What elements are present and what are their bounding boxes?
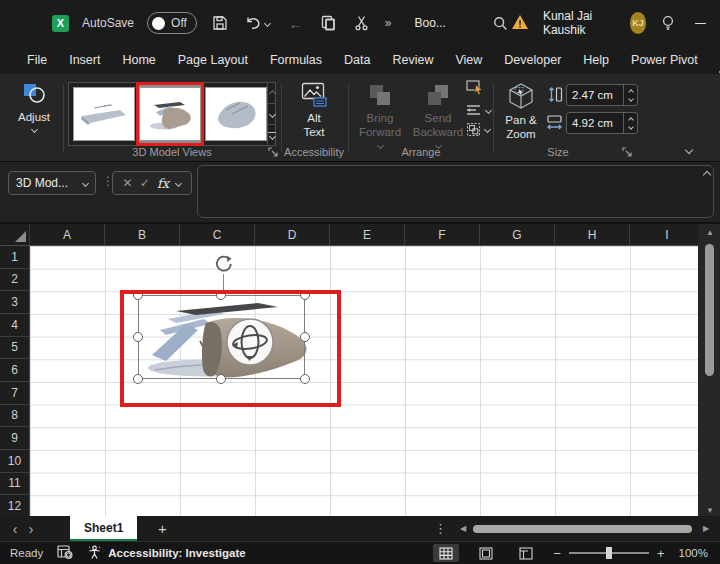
gallery-scroll-down-icon[interactable] bbox=[268, 104, 276, 125]
sheet-tab[interactable]: Sheet1 bbox=[70, 516, 137, 541]
page-break-preview-button[interactable] bbox=[513, 544, 539, 562]
horizontal-scroll-thumb[interactable] bbox=[473, 525, 692, 533]
menu-tab[interactable]: Power Pivot bbox=[620, 48, 709, 72]
model-view-thumbnail-1[interactable] bbox=[73, 87, 135, 141]
vertical-scroll-track[interactable] bbox=[702, 240, 718, 502]
row-header[interactable]: 5 bbox=[0, 337, 29, 360]
vertical-scrollbar[interactable]: ▲ ▼ bbox=[702, 224, 718, 518]
collapse-ribbon-chevron-icon[interactable] bbox=[685, 146, 693, 154]
avatar[interactable]: KJ bbox=[630, 12, 647, 34]
menu-tab[interactable]: Insert bbox=[58, 48, 111, 72]
align-objects-control[interactable] bbox=[466, 104, 491, 116]
selection-pane-icon[interactable] bbox=[466, 80, 491, 98]
column-header[interactable]: D bbox=[255, 224, 330, 245]
horizontal-scroll-track[interactable] bbox=[471, 524, 698, 534]
row-header[interactable]: 7 bbox=[0, 382, 29, 405]
row-header[interactable]: 2 bbox=[0, 269, 29, 292]
menu-tab[interactable]: Review bbox=[381, 48, 444, 72]
width-spinner[interactable] bbox=[623, 113, 637, 133]
scroll-left-icon[interactable]: ◀ bbox=[457, 524, 469, 533]
column-header[interactable]: E bbox=[330, 224, 405, 245]
function-chevron-icon[interactable] bbox=[175, 179, 182, 186]
shape-width-input[interactable] bbox=[567, 117, 623, 129]
row-header[interactable]: 3 bbox=[0, 291, 29, 314]
quick-access-overflow-icon[interactable]: » bbox=[385, 16, 392, 30]
row-header[interactable]: 1 bbox=[0, 246, 29, 269]
sheet-menu-dots-icon[interactable]: ⋮ bbox=[424, 521, 457, 536]
page-layout-view-button[interactable] bbox=[473, 544, 499, 562]
select-all-button[interactable] bbox=[0, 224, 30, 246]
column-header[interactable]: A bbox=[30, 224, 105, 245]
pan-zoom-button[interactable]: Pan & Zoom bbox=[498, 82, 544, 142]
column-header[interactable]: F bbox=[405, 224, 480, 245]
row-header[interactable]: 10 bbox=[0, 450, 29, 473]
horizontal-scrollbar[interactable]: ◀ ▶ bbox=[457, 524, 712, 534]
menu-tab[interactable]: View bbox=[444, 48, 493, 72]
menu-tab[interactable]: Data bbox=[333, 48, 381, 72]
lightbulb-icon[interactable] bbox=[660, 13, 675, 33]
undo-dropdown-chevron-icon[interactable] bbox=[264, 19, 271, 26]
rotation-handle-icon[interactable] bbox=[213, 253, 235, 275]
model-view-thumbnail-3[interactable] bbox=[205, 87, 267, 141]
column-header[interactable]: B bbox=[105, 224, 180, 245]
autosave-toggle[interactable]: Off bbox=[147, 12, 197, 34]
menu-tab[interactable]: File bbox=[16, 48, 58, 72]
macro-record-icon[interactable] bbox=[57, 545, 73, 561]
cancel-formula-icon[interactable]: ✕ bbox=[123, 176, 133, 190]
zoom-slider[interactable] bbox=[569, 552, 649, 554]
formula-input[interactable] bbox=[197, 165, 714, 218]
gallery-scroll-up-icon[interactable] bbox=[268, 83, 276, 104]
height-spinner[interactable] bbox=[623, 85, 637, 105]
name-box[interactable]: 3D Mod... bbox=[8, 171, 96, 195]
normal-view-button[interactable] bbox=[433, 544, 459, 562]
scroll-right-icon[interactable]: ▶ bbox=[700, 524, 712, 533]
zoom-level[interactable]: 100% bbox=[679, 547, 708, 559]
row-header[interactable]: 6 bbox=[0, 359, 29, 382]
menu-tab[interactable]: 3D Model bbox=[709, 48, 720, 72]
row-header[interactable]: 8 bbox=[0, 405, 29, 428]
gallery-more-icon[interactable] bbox=[268, 125, 276, 145]
undo-icon[interactable] bbox=[243, 13, 273, 33]
column-header[interactable]: H bbox=[555, 224, 630, 245]
cut-icon[interactable] bbox=[352, 13, 372, 33]
add-sheet-button[interactable]: + bbox=[145, 520, 179, 537]
scroll-up-icon[interactable]: ▲ bbox=[702, 224, 718, 240]
insert-function-icon[interactable]: fx bbox=[157, 176, 169, 191]
user-name[interactable]: Kunal Jai Kaushik bbox=[543, 9, 616, 37]
shape-height-field[interactable] bbox=[566, 84, 638, 106]
model-view-thumbnail-2[interactable] bbox=[139, 87, 201, 141]
vertical-scroll-thumb[interactable] bbox=[705, 244, 714, 376]
pan-zoom-icon bbox=[507, 82, 535, 110]
search-icon[interactable] bbox=[491, 13, 511, 33]
menu-tab[interactable]: Formulas bbox=[259, 48, 333, 72]
menu-tab[interactable]: Page Layout bbox=[167, 48, 259, 72]
views-dialog-launcher-icon[interactable] bbox=[268, 147, 278, 157]
menu-tab[interactable]: Help bbox=[572, 48, 620, 72]
row-header[interactable]: 12 bbox=[0, 495, 29, 518]
row-header[interactable]: 9 bbox=[0, 427, 29, 450]
enter-formula-icon[interactable]: ✓ bbox=[140, 176, 150, 190]
zoom-out-button[interactable]: − bbox=[553, 546, 561, 561]
shape-width-field[interactable] bbox=[566, 112, 638, 134]
warning-icon[interactable] bbox=[511, 14, 529, 33]
alt-text-button[interactable]: Alt Text bbox=[288, 82, 340, 140]
column-header[interactable]: I bbox=[630, 224, 698, 245]
group-objects-control[interactable] bbox=[466, 122, 491, 137]
zoom-in-button[interactable]: + bbox=[657, 546, 665, 561]
minimize-button[interactable] bbox=[690, 10, 711, 36]
row-header[interactable]: 11 bbox=[0, 473, 29, 496]
column-header[interactable]: C bbox=[180, 224, 255, 245]
workbook-title[interactable]: Boo... bbox=[415, 16, 446, 30]
copy-icon[interactable] bbox=[319, 13, 339, 33]
adjust-button[interactable]: Adjust bbox=[10, 82, 58, 132]
menu-tab[interactable]: Home bbox=[111, 48, 166, 72]
size-dialog-launcher-icon[interactable] bbox=[622, 147, 632, 157]
zoom-slider-thumb[interactable] bbox=[606, 547, 612, 559]
save-icon[interactable] bbox=[210, 13, 230, 33]
row-header[interactable]: 4 bbox=[0, 314, 29, 337]
next-sheet-button[interactable]: › bbox=[16, 521, 46, 537]
shape-height-input[interactable] bbox=[567, 89, 623, 101]
accessibility-status[interactable]: Accessibility: Investigate bbox=[108, 547, 245, 559]
menu-tab[interactable]: Developer bbox=[493, 48, 572, 72]
column-header[interactable]: G bbox=[480, 224, 555, 245]
